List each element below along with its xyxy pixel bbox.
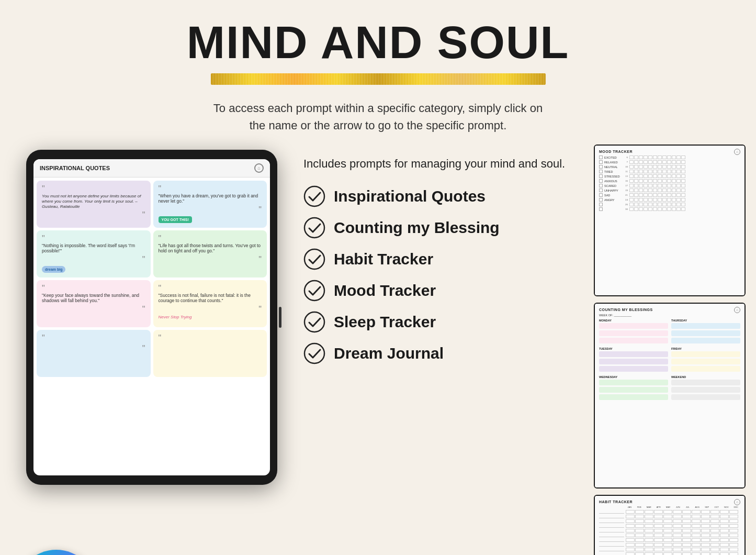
checkmark-icon-4 bbox=[303, 280, 325, 302]
svg-point-1 bbox=[304, 218, 324, 238]
subtitle: To access each prompt within a specific … bbox=[0, 99, 756, 134]
right-panels: MOOD TRACKER ⌂ EXCITED 6 bbox=[594, 145, 746, 555]
tablet-container: INSPIRATIONAL QUOTES ⌂ " You must not le… bbox=[10, 150, 283, 555]
quote-card-2: " "When you have a dream, you've got to … bbox=[153, 181, 267, 228]
checkmark-icon-1 bbox=[303, 185, 325, 207]
quote-card-3: " "Nothing is impossible. The word itsel… bbox=[37, 230, 151, 278]
feature-item-5: Sleep Tracker bbox=[303, 311, 578, 333]
tablet-side-button bbox=[279, 307, 281, 328]
feature-label-6: Dream Journal bbox=[334, 345, 444, 362]
habit-row bbox=[599, 538, 740, 542]
mood-row-scared: SCARED 17 bbox=[599, 184, 740, 187]
checkmark-icon-3 bbox=[303, 248, 325, 270]
habit-row bbox=[599, 543, 740, 547]
mood-row-sad: SAD 21 bbox=[599, 193, 740, 197]
panel-2-icon: ⌂ bbox=[734, 307, 740, 313]
blessings-grid: MONDAY THURSDAY TUESDAY bbox=[599, 319, 740, 401]
svg-point-0 bbox=[304, 186, 324, 206]
feature-label-4: Mood Tracker bbox=[334, 282, 436, 299]
svg-point-5 bbox=[304, 343, 324, 363]
habit-row bbox=[599, 515, 740, 518]
blessings-monday: MONDAY bbox=[599, 319, 668, 344]
feature-label-3: Habit Tracker bbox=[334, 250, 433, 268]
sticker-dream-big: dream big bbox=[42, 266, 65, 273]
tablet-screen: INSPIRATIONAL QUOTES ⌂ " You must not le… bbox=[33, 159, 270, 475]
canva-badge[interactable]: EDIT IN Canva bbox=[16, 550, 97, 555]
checkmark-icon-2 bbox=[303, 217, 325, 239]
feature-label-5: Sleep Tracker bbox=[334, 313, 436, 331]
mood-row-relaxed: RELAXED 7 bbox=[599, 160, 740, 164]
content-area: INSPIRATIONAL QUOTES ⌂ " You must not le… bbox=[0, 145, 756, 555]
mood-row-stressed: STRESSED 13 bbox=[599, 174, 740, 178]
screen-title: INSPIRATIONAL QUOTES bbox=[40, 165, 110, 171]
habit-row bbox=[599, 519, 740, 523]
habit-row bbox=[599, 510, 740, 514]
panel-3-icon: ⌂ bbox=[734, 499, 740, 505]
blessings-wednesday: WEDNESDAY bbox=[599, 375, 668, 401]
sticker-you-got-this: YOU GOT THIS! bbox=[159, 216, 193, 223]
habit-row bbox=[599, 524, 740, 528]
quote-card-4: " "Life has got all those twists and tur… bbox=[153, 230, 267, 278]
blessings-tuesday: TUESDAY bbox=[599, 347, 668, 372]
habit-row bbox=[599, 529, 740, 532]
habit-tracker-panel: HABIT TRACKER ⌂ JAN FEB MAR APR MAY JUN … bbox=[594, 495, 746, 555]
gold-bar bbox=[211, 73, 546, 85]
habit-months-row: JAN FEB MAR APR MAY JUN JUL AUG SEP OCT … bbox=[599, 506, 740, 508]
quotes-grid: " You must not let anyone define your li… bbox=[33, 177, 270, 380]
quote-card-8: " bbox=[153, 330, 267, 377]
feature-item-3: Habit Tracker bbox=[303, 248, 578, 270]
home-icon: ⌂ bbox=[254, 163, 264, 173]
blessings-friday: FRIDAY bbox=[671, 347, 740, 372]
feature-item-4: Mood Tracker bbox=[303, 280, 578, 302]
habit-rows bbox=[599, 510, 740, 555]
blessings-panel: COUNTING MY BLESSINGS ⌂ WEEK OF: _______… bbox=[594, 303, 746, 489]
mood-row-extra2: 30 bbox=[599, 207, 740, 211]
mood-tracker-title: MOOD TRACKER bbox=[599, 150, 740, 153]
mood-row-unhappy: UNHAPPY 19 bbox=[599, 188, 740, 192]
feature-item-6: Dream Journal bbox=[303, 342, 578, 364]
checkmark-icon-5 bbox=[303, 311, 325, 333]
mood-row-anxious: ANXIOUS 16 bbox=[599, 179, 740, 183]
mood-row-tired: TIRED 11 bbox=[599, 170, 740, 173]
svg-point-4 bbox=[304, 312, 324, 332]
week-of: WEEK OF: ___________ bbox=[599, 314, 740, 317]
mood-row-extra1: 26 bbox=[599, 203, 740, 206]
mood-tracker-panel: MOOD TRACKER ⌂ EXCITED 6 bbox=[594, 145, 746, 296]
feature-label-2: Counting my Blessing bbox=[334, 219, 500, 237]
main-title: MIND AND SOUL bbox=[0, 0, 756, 69]
quote-card-5: " "Keep your face always toward the suns… bbox=[37, 280, 151, 327]
checkmark-icon-6 bbox=[303, 342, 325, 364]
blessings-weekend: WEEKEND bbox=[671, 375, 740, 401]
mood-row-neutral: NEUTRAL 10 bbox=[599, 165, 740, 169]
habit-row bbox=[599, 534, 740, 537]
features-intro: Includes prompts for managing your mind … bbox=[303, 155, 578, 172]
habit-row bbox=[599, 552, 740, 555]
feature-item-1: Inspirational Quotes bbox=[303, 185, 578, 207]
feature-item-2: Counting my Blessing bbox=[303, 217, 578, 239]
svg-point-3 bbox=[304, 281, 324, 301]
quote-card-6: " "Success is not final, failure is not … bbox=[153, 280, 267, 327]
tablet-frame: INSPIRATIONAL QUOTES ⌂ " You must not le… bbox=[26, 150, 277, 485]
svg-point-2 bbox=[304, 249, 324, 269]
screen-header: INSPIRATIONAL QUOTES ⌂ bbox=[33, 159, 270, 177]
features-section: Includes prompts for managing your mind … bbox=[283, 145, 594, 555]
habit-tracker-title: HABIT TRACKER bbox=[599, 500, 740, 504]
mood-row-excited: EXCITED 6 bbox=[599, 156, 740, 159]
panel-1-icon: ⌂ bbox=[734, 149, 740, 155]
quote-card-7: " " bbox=[37, 330, 151, 377]
quote-card-1: " You must not let anyone define your li… bbox=[37, 181, 151, 228]
mood-row-angry: ANGRY 24 bbox=[599, 198, 740, 202]
blessings-thursday: THURSDAY bbox=[671, 319, 740, 344]
sticker-never-stop: Never Stop Trying bbox=[159, 315, 192, 319]
mood-rows: EXCITED 6 RELAXED 7 bbox=[599, 156, 740, 211]
blessings-title: COUNTING MY BLESSINGS bbox=[599, 308, 740, 312]
feature-label-1: Inspirational Quotes bbox=[334, 187, 486, 205]
habit-row bbox=[599, 548, 740, 551]
